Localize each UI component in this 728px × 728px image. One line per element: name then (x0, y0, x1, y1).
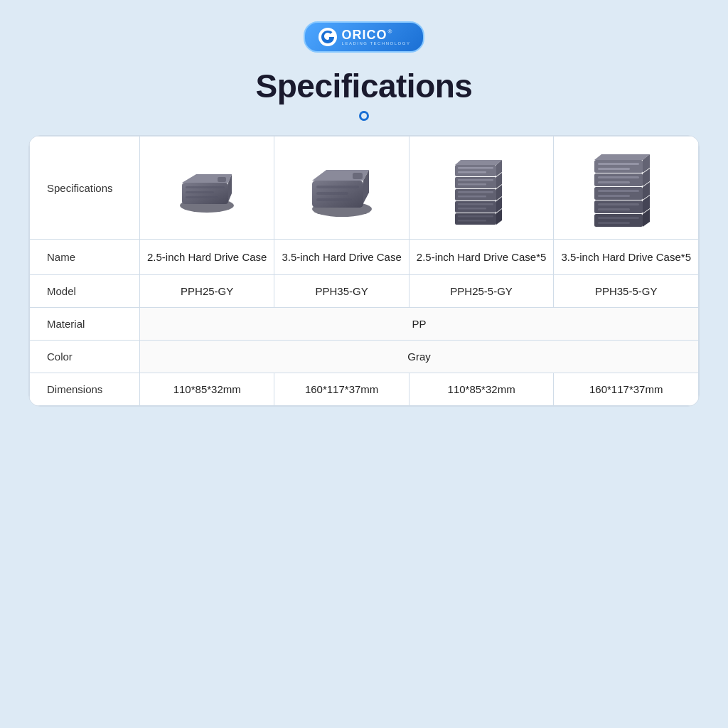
product-image-3 (409, 136, 554, 240)
hdd-single-large-svg (306, 156, 378, 220)
product-name-1: 2.5-inch Hard Drive Case (140, 240, 274, 275)
hdd-stack-small-svg (449, 147, 513, 229)
logo-container: ORICO ® LEADING TECHNOLOGY (304, 21, 425, 53)
row-label-name: Name (30, 240, 140, 275)
product-image-1 (140, 136, 274, 240)
product-img-wrapper-3 (418, 145, 545, 230)
row-label-material: Material (30, 308, 140, 341)
svg-rect-18 (458, 208, 486, 210)
row-label-model: Model (30, 275, 140, 308)
decorative-dot (359, 111, 369, 121)
hdd-stack-large-svg (591, 145, 662, 230)
svg-rect-34 (594, 187, 643, 200)
logo-badge: ORICO ® LEADING TECHNOLOGY (304, 21, 425, 53)
svg-rect-4 (186, 191, 214, 193)
svg-rect-38 (598, 176, 639, 178)
svg-rect-36 (598, 195, 630, 197)
table-row-color: Color Gray (30, 341, 699, 373)
product-name-4: 3.5-inch Hard Drive Case*5 (554, 240, 699, 275)
svg-rect-39 (598, 181, 630, 183)
svg-rect-10 (316, 192, 348, 195)
spec-table: Specifications (29, 136, 699, 406)
svg-rect-9 (316, 186, 359, 188)
product-model-3: PPH25-5-GY (409, 275, 554, 308)
svg-rect-29 (598, 217, 639, 219)
table-row-name: Name 2.5-inch Hard Drive Case 3.5-inch H… (30, 240, 699, 275)
product-model-2: PPH35-GY (274, 275, 409, 308)
spec-table-wrapper: Specifications (28, 135, 700, 407)
svg-rect-28 (594, 214, 643, 227)
brand-tagline: LEADING TECHNOLOGY (342, 41, 411, 46)
svg-rect-17 (458, 203, 493, 205)
hdd-single-small-svg (175, 161, 239, 215)
product-name-3: 2.5-inch Hard Drive Case*5 (409, 240, 554, 275)
page-wrapper: ORICO ® LEADING TECHNOLOGY Specification… (0, 0, 728, 728)
product-model-1: PPH25-GY (140, 275, 274, 308)
svg-rect-35 (598, 190, 639, 192)
svg-rect-22 (455, 177, 496, 188)
svg-rect-37 (594, 173, 643, 186)
logo-text-group: ORICO ® LEADING TECHNOLOGY (342, 28, 411, 46)
product-dimensions-1: 110*85*32mm (140, 373, 274, 406)
svg-rect-25 (455, 165, 496, 176)
table-row-images: Specifications (30, 136, 699, 240)
page-title: Specifications (256, 67, 473, 105)
color-value: Gray (140, 341, 699, 373)
brand-name: ORICO (342, 28, 387, 41)
table-row-dimensions: Dimensions 110*85*32mm 160*117*37mm 110*… (30, 373, 699, 406)
product-model-4: PPH35-5-GY (554, 275, 699, 308)
svg-rect-26 (458, 167, 493, 169)
svg-point-0 (318, 28, 337, 46)
material-value: PP (140, 308, 699, 341)
svg-rect-6 (218, 177, 226, 182)
svg-rect-16 (455, 201, 496, 213)
product-image-4 (554, 136, 699, 240)
row-label-dimensions: Dimensions (30, 373, 140, 406)
product-name-2: 3.5-inch Hard Drive Case (274, 240, 409, 275)
product-dimensions-4: 160*117*37mm (554, 373, 699, 406)
svg-rect-13 (455, 213, 496, 225)
product-dimensions-2: 160*117*37mm (274, 373, 409, 406)
svg-rect-19 (455, 189, 496, 200)
svg-rect-12 (353, 173, 363, 179)
svg-rect-23 (458, 179, 493, 181)
svg-rect-11 (316, 198, 352, 201)
svg-rect-15 (458, 220, 486, 222)
product-image-2 (274, 136, 409, 240)
product-dimensions-3: 110*85*32mm (409, 373, 554, 406)
product-img-wrapper-2 (283, 145, 400, 230)
product-img-wrapper-4 (562, 145, 690, 230)
svg-rect-32 (598, 203, 639, 205)
svg-rect-3 (186, 186, 225, 188)
svg-rect-21 (458, 196, 486, 198)
table-row-model: Model PPH25-GY PPH35-GY PPH25-5-GY PPH35… (30, 275, 699, 308)
table-row-material: Material PP (30, 308, 699, 341)
svg-rect-31 (594, 200, 643, 213)
svg-rect-42 (598, 168, 630, 170)
svg-rect-33 (598, 208, 630, 210)
svg-rect-30 (598, 222, 630, 224)
svg-rect-40 (594, 160, 643, 173)
svg-rect-14 (458, 215, 493, 218)
svg-rect-20 (458, 191, 493, 193)
svg-rect-24 (458, 183, 486, 186)
product-img-wrapper-1 (149, 145, 265, 230)
svg-rect-27 (458, 171, 486, 173)
svg-rect-5 (186, 196, 218, 198)
brand-reg: ® (388, 28, 392, 35)
row-label-specs: Specifications (30, 136, 140, 240)
row-label-color: Color (30, 341, 140, 373)
svg-rect-41 (598, 163, 639, 165)
orico-logo-icon (318, 27, 338, 47)
